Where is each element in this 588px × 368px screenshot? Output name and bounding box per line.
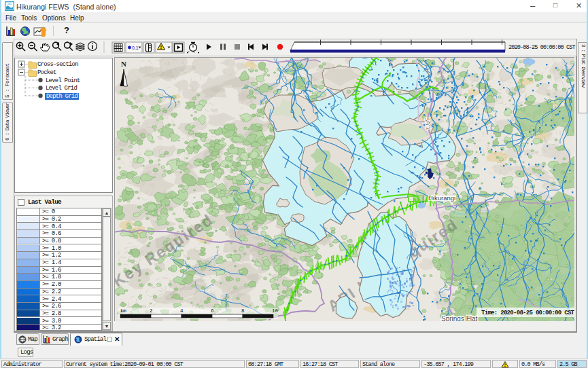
svg-text:6: 6	[211, 308, 214, 314]
svg-text:Springs Flat: Springs Flat	[441, 315, 478, 321]
svg-text:Time: 2020-08-25 00:00:00 CST: Time: 2020-08-25 00:00:00 CST	[481, 310, 574, 316]
svg-text:8: 8	[241, 308, 245, 314]
svg-text:0.1: 0.1	[132, 45, 139, 50]
svg-text:2: 2	[150, 308, 153, 314]
svg-text:N: N	[121, 60, 126, 68]
svg-text:10: 10	[272, 308, 279, 314]
svg-text:km: km	[120, 308, 126, 314]
svg-text:Hikurangi: Hikurangi	[428, 194, 455, 202]
svg-text:4: 4	[180, 308, 184, 314]
